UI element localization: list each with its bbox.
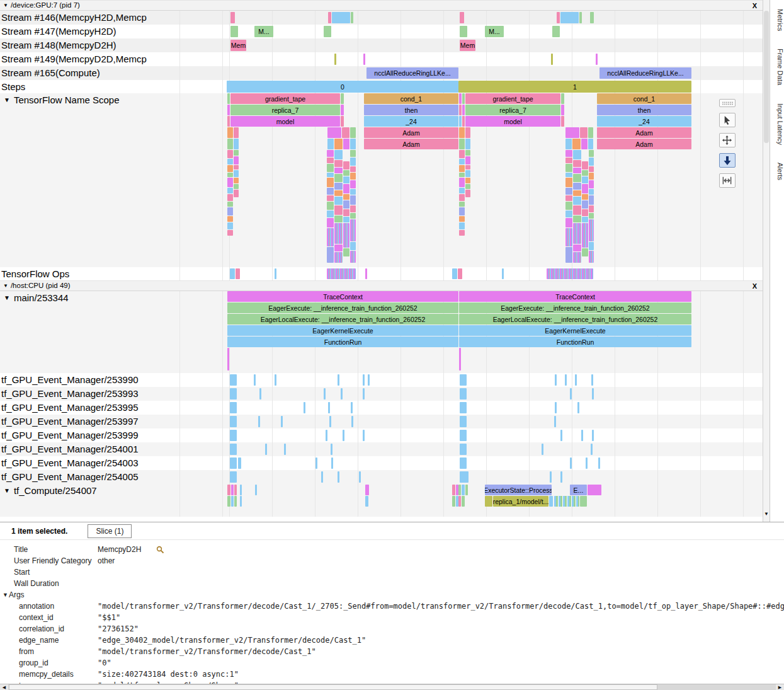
- trace-event[interactable]: FunctionRun: [227, 336, 458, 347]
- trace-event[interactable]: [231, 496, 234, 507]
- trace-event[interactable]: [588, 485, 601, 495]
- trace-event[interactable]: EagerKernelExecute: [459, 325, 691, 336]
- trace-event[interactable]: [589, 150, 594, 157]
- trace-event[interactable]: [561, 105, 564, 115]
- trace-event[interactable]: [327, 228, 334, 246]
- trace-event[interactable]: [460, 471, 469, 483]
- trace-event[interactable]: [227, 216, 233, 222]
- trace-event[interactable]: [459, 116, 462, 127]
- trace-event[interactable]: [334, 190, 343, 196]
- magnifier-icon[interactable]: [156, 546, 164, 554]
- trace-event[interactable]: [359, 471, 361, 483]
- trace-event[interactable]: [230, 471, 237, 483]
- track-label[interactable]: Stream #148(MemcpyD2H): [0, 38, 156, 52]
- trace-event[interactable]: [343, 209, 349, 216]
- trace-event[interactable]: [343, 184, 349, 193]
- trace-event[interactable]: [582, 217, 588, 222]
- track-canvas[interactable]: [156, 415, 763, 428]
- trace-event[interactable]: Mem: [230, 40, 246, 51]
- trace-event[interactable]: EagerKernelExecute: [227, 325, 458, 336]
- trace-event[interactable]: [334, 150, 343, 159]
- trace-event[interactable]: [542, 444, 543, 455]
- track-label[interactable]: Stream #146(MemcpyH2D,Memcp: [0, 11, 156, 25]
- trace-event[interactable]: [462, 105, 465, 115]
- trace-event[interactable]: [259, 388, 261, 400]
- side-tab-input-latency[interactable]: Input Latency: [770, 95, 784, 154]
- trace-event[interactable]: replica_1/model/t...: [493, 496, 548, 507]
- trace-event[interactable]: M...: [254, 26, 273, 37]
- track-label[interactable]: ▼tf_Compute/254007: [0, 484, 156, 517]
- trace-event[interactable]: [570, 388, 572, 400]
- trace-event[interactable]: [598, 457, 600, 469]
- trace-event[interactable]: [459, 165, 465, 172]
- trace-event[interactable]: [589, 173, 594, 180]
- trace-event[interactable]: [588, 127, 593, 138]
- track-canvas[interactable]: [156, 428, 763, 442]
- track-label[interactable]: tf_GPU_Event_Manager/253990: [0, 373, 156, 387]
- trace-event[interactable]: [234, 178, 239, 183]
- trace-event[interactable]: [465, 170, 470, 177]
- trace-event[interactable]: [565, 127, 579, 138]
- trace-event[interactable]: [350, 189, 356, 195]
- trace-event[interactable]: [334, 223, 343, 244]
- collapse-arrow-icon[interactable]: ▼: [3, 1, 8, 10]
- trace-event[interactable]: ncclAllReduceRingLLKe...: [366, 67, 458, 79]
- trace-event[interactable]: [465, 190, 470, 197]
- trace-event[interactable]: [565, 247, 572, 263]
- trace-event[interactable]: [582, 200, 588, 209]
- scroll-right-button[interactable]: ▶: [776, 684, 784, 690]
- trace-event[interactable]: [560, 471, 562, 483]
- trace-event[interactable]: [592, 388, 594, 400]
- trace-event[interactable]: [460, 12, 464, 23]
- trace-event[interactable]: [350, 166, 356, 172]
- trace-event[interactable]: [579, 12, 582, 23]
- track-label[interactable]: tf_GPU_Event_Manager/253999: [0, 428, 156, 442]
- trace-event[interactable]: Adam: [364, 139, 458, 149]
- trace-event[interactable]: [465, 150, 470, 156]
- trace-event[interactable]: [582, 161, 588, 170]
- track-canvas[interactable]: ExecutorState::ProcessE...replica_1/mode…: [156, 484, 763, 517]
- track-canvas[interactable]: [156, 52, 763, 66]
- trace-event[interactable]: [581, 430, 583, 441]
- trace-event[interactable]: then: [364, 105, 458, 115]
- trace-event[interactable]: [230, 444, 237, 455]
- track-label[interactable]: TensorFlow Ops: [0, 267, 156, 280]
- trace-event[interactable]: [573, 205, 581, 215]
- trace-event[interactable]: [227, 139, 233, 149]
- trace-event[interactable]: [572, 139, 581, 149]
- trace-event[interactable]: [334, 54, 336, 65]
- track-canvas[interactable]: MemMem: [156, 38, 763, 52]
- trace-event[interactable]: model: [465, 116, 560, 127]
- trace-event[interactable]: [363, 374, 365, 386]
- trace-event[interactable]: [255, 485, 257, 495]
- trace-event[interactable]: [334, 174, 343, 182]
- trace-event[interactable]: [560, 430, 562, 441]
- trace-event[interactable]: [327, 218, 334, 227]
- trace-event[interactable]: EagerLocalExecute: __inference_train_fun…: [459, 314, 691, 325]
- trace-event[interactable]: [342, 127, 349, 138]
- trace-event[interactable]: [238, 457, 241, 469]
- trace-event[interactable]: [230, 402, 237, 413]
- trace-event[interactable]: ExecutorState::Process: [485, 485, 552, 495]
- trace-event[interactable]: [458, 268, 462, 279]
- collapse-arrow-icon[interactable]: ▼: [4, 96, 10, 103]
- trace-event[interactable]: [327, 173, 334, 177]
- trace-event[interactable]: [465, 485, 468, 495]
- trace-event[interactable]: [573, 197, 581, 205]
- trace-event[interactable]: [334, 197, 343, 205]
- trace-event[interactable]: [485, 496, 492, 507]
- track-label[interactable]: tf_GPU_Event_Manager/254005: [0, 470, 156, 484]
- trace-event[interactable]: [334, 244, 343, 251]
- trace-event[interactable]: [462, 116, 465, 127]
- trace-event[interactable]: [275, 268, 276, 279]
- trace-event[interactable]: [573, 150, 581, 159]
- horizontal-scrollbar[interactable]: ◀ ▶: [0, 684, 784, 690]
- trace-event[interactable]: [227, 194, 233, 201]
- trace-event[interactable]: [459, 188, 465, 193]
- trace-event[interactable]: [343, 139, 349, 149]
- scroll-down-button[interactable]: ▼: [763, 509, 770, 518]
- track-canvas[interactable]: [156, 11, 763, 25]
- trace-timeline[interactable]: ▼/device:GPU:7 (pid 7)XStream #146(Memcp…: [0, 0, 763, 517]
- trace-event[interactable]: [230, 374, 237, 386]
- trace-event[interactable]: [234, 485, 237, 495]
